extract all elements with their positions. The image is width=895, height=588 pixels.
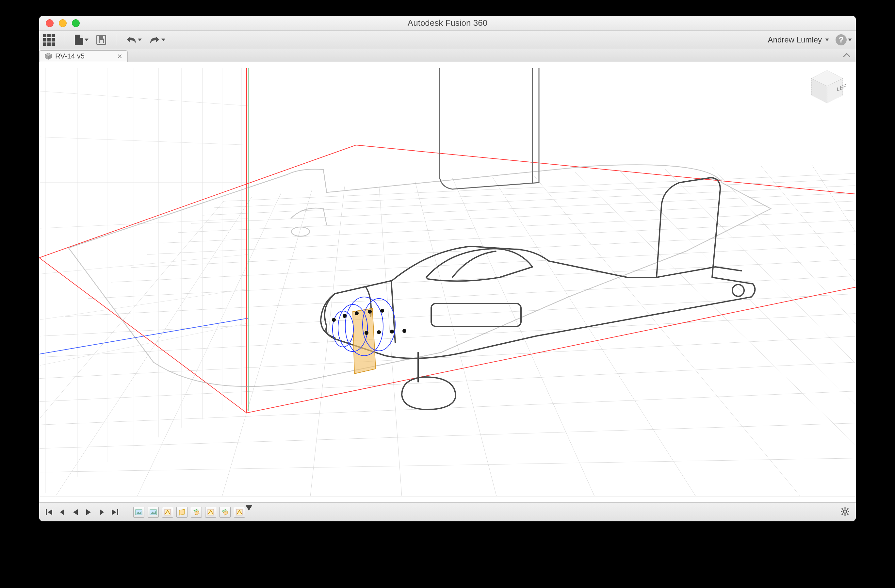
- svg-point-71: [364, 331, 369, 335]
- undo-button[interactable]: [126, 36, 142, 44]
- svg-line-11: [65, 273, 856, 317]
- tab-strip: RV-14 v5 ×: [39, 49, 856, 62]
- close-window-button[interactable]: [46, 19, 53, 27]
- svg-line-19: [203, 183, 856, 215]
- svg-rect-59: [431, 303, 521, 326]
- viewport[interactable]: LEFT: [39, 62, 856, 502]
- data-panel-button[interactable]: [43, 34, 55, 46]
- feature-sketch[interactable]: [162, 507, 173, 518]
- feature-sketch[interactable]: [205, 507, 216, 518]
- timeline-play-button[interactable]: [84, 508, 93, 517]
- zoom-window-button[interactable]: [72, 19, 80, 27]
- svg-line-24: [137, 193, 281, 496]
- feature-sketch[interactable]: [234, 507, 245, 518]
- timeline-playback-button[interactable]: [71, 508, 80, 517]
- svg-line-12: [88, 256, 856, 299]
- view-cube-icon: LEFT: [807, 68, 846, 107]
- svg-line-105: [842, 508, 843, 509]
- svg-line-108: [842, 514, 843, 515]
- minimize-window-button[interactable]: [59, 19, 67, 27]
- svg-marker-83: [73, 509, 78, 515]
- caret-down-icon: [85, 39, 88, 41]
- svg-line-48: [39, 137, 248, 145]
- svg-line-10: [39, 290, 856, 336]
- timeline-playhead[interactable]: [246, 505, 252, 511]
- svg-point-66: [332, 318, 336, 322]
- svg-marker-84: [86, 509, 91, 515]
- svg-line-52: [39, 289, 248, 320]
- timeline: [39, 502, 856, 521]
- caret-down-icon: [825, 39, 829, 41]
- undo-icon: [126, 36, 137, 44]
- grid-icon: [43, 34, 55, 46]
- svg-line-21: [224, 171, 856, 201]
- file-menu-button[interactable]: [75, 35, 88, 45]
- svg-line-36: [761, 166, 856, 362]
- chevron-up-icon: [842, 52, 851, 59]
- separator: [116, 34, 116, 45]
- redo-button[interactable]: [150, 36, 165, 44]
- toolbar: Andrew Lumley ?: [39, 31, 856, 49]
- window-title: Autodesk Fusion 360: [39, 18, 856, 28]
- feature-plane[interactable]: [220, 507, 231, 518]
- save-icon: [96, 35, 106, 45]
- timeline-stepfwd-button[interactable]: [97, 508, 106, 517]
- caret-down-icon: [138, 39, 142, 41]
- tab-label: RV-14 v5: [55, 52, 85, 61]
- user-name-label: Andrew Lumley: [768, 35, 822, 44]
- svg-point-60: [732, 285, 744, 296]
- timeline-first-button[interactable]: [45, 508, 53, 517]
- svg-marker-61: [353, 308, 376, 374]
- svg-marker-85: [100, 509, 104, 515]
- cube-icon: [45, 53, 52, 60]
- svg-line-31: [532, 174, 800, 496]
- svg-line-6: [39, 388, 856, 427]
- svg-line-37: [812, 165, 856, 333]
- svg-line-106: [847, 514, 848, 515]
- svg-point-72: [377, 330, 381, 334]
- user-menu-button[interactable]: Andrew Lumley: [768, 35, 829, 44]
- help-icon: ?: [836, 34, 846, 45]
- svg-line-33: [619, 170, 856, 470]
- timeline-last-button[interactable]: [111, 508, 119, 517]
- svg-line-56: [39, 258, 247, 413]
- timeline-features: [133, 507, 252, 518]
- save-button[interactable]: [96, 35, 106, 45]
- svg-point-73: [390, 330, 394, 333]
- document-tab[interactable]: RV-14 v5 ×: [39, 50, 128, 62]
- gear-icon: [840, 507, 850, 517]
- svg-line-53: [39, 323, 248, 365]
- svg-point-69: [368, 310, 372, 314]
- svg-line-50: [39, 218, 248, 228]
- svg-line-34: [665, 168, 856, 431]
- app-window: Autodesk Fusion 360: [39, 16, 856, 521]
- traffic-lights: [39, 19, 80, 27]
- svg-point-67: [343, 314, 347, 318]
- feature-sketch[interactable]: [176, 507, 188, 518]
- svg-rect-87: [117, 509, 118, 515]
- feature-plane[interactable]: [191, 507, 202, 518]
- timeline-settings-button[interactable]: [840, 507, 850, 518]
- svg-line-5: [39, 421, 856, 450]
- feature-canvas[interactable]: [148, 507, 159, 518]
- expand-panel-button[interactable]: [842, 52, 851, 60]
- svg-line-30: [491, 176, 696, 496]
- titlebar: Autodesk Fusion 360: [39, 16, 856, 31]
- timeline-stepback-button[interactable]: [58, 508, 67, 517]
- view-cube[interactable]: LEFT: [807, 68, 846, 107]
- svg-line-8: [39, 333, 856, 382]
- close-tab-button[interactable]: ×: [117, 51, 122, 61]
- svg-rect-79: [46, 509, 47, 515]
- svg-point-100: [843, 510, 846, 513]
- svg-point-68: [355, 311, 359, 315]
- caret-down-icon: [161, 39, 165, 41]
- svg-line-4: [39, 457, 856, 473]
- svg-line-26: [310, 186, 344, 496]
- svg-point-74: [402, 329, 407, 333]
- svg-line-27: [379, 183, 402, 496]
- redo-icon: [150, 36, 160, 44]
- svg-line-51: [39, 255, 248, 274]
- help-button[interactable]: ?: [829, 34, 852, 45]
- svg-marker-93: [179, 509, 185, 515]
- feature-canvas[interactable]: [133, 507, 144, 518]
